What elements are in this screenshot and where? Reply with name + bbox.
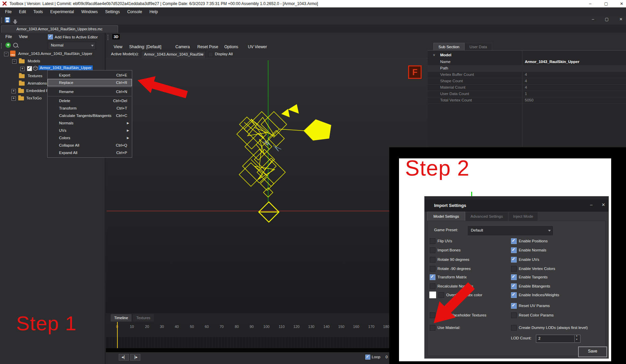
vertex-color-swatch[interactable]: [429, 292, 436, 298]
menu-item-uvs[interactable]: UVs▶: [48, 127, 132, 134]
override-vertex-color-checkbox[interactable]: [438, 292, 444, 298]
property-row[interactable]: Path: [428, 65, 626, 72]
tab-timeline[interactable]: Timeline: [111, 314, 132, 322]
enable-positions-checkbox[interactable]: [511, 238, 517, 244]
model-visibility-checkbox[interactable]: [27, 66, 32, 71]
rotate-neg90-checkbox[interactable]: [430, 266, 435, 272]
document-tab[interactable]: Armor_1043.Armor_1043_RaulSkin_Upper.bfr…: [1, 25, 118, 33]
mdi-minimize-icon[interactable]: –: [589, 17, 597, 22]
viewport-menu-uv-viewer[interactable]: UV Viewer: [248, 44, 267, 49]
tree-node-animations[interactable]: Animations: [28, 81, 47, 85]
add-files-checkbox[interactable]: [48, 34, 53, 39]
prev-frame-button[interactable]: ◄▏: [119, 354, 129, 361]
close-icon[interactable]: ✕: [617, 0, 626, 7]
menu-item-colors[interactable]: Colors▶: [48, 134, 132, 142]
menu-experimental[interactable]: Experimental: [47, 7, 78, 16]
expand-expander-icon[interactable]: +: [11, 89, 16, 93]
active-model-dropdown[interactable]: Armor_1043.Armor_1043_RaulSki: [141, 51, 206, 58]
enable-bitangents-checkbox[interactable]: [511, 283, 517, 289]
dialog-minimize-icon[interactable]: –: [587, 202, 595, 207]
property-group-row[interactable]: ˅ Model: [428, 52, 626, 58]
menu-file[interactable]: File: [1, 7, 15, 16]
menu-item-rename[interactable]: RenameCtrl+N: [48, 88, 132, 95]
expand-expander-icon[interactable]: +: [20, 67, 25, 71]
minimize-icon[interactable]: –: [585, 0, 595, 7]
tree-root-node[interactable]: Armor_1043.Armor_1043_RaulSkin_Upper: [18, 52, 92, 56]
viewport-menu-shading[interactable]: Shading: [Default]: [129, 44, 161, 49]
viewport-menu-camera[interactable]: Camera: [175, 44, 190, 49]
enable-vertex-colors-checkbox[interactable]: [511, 266, 517, 272]
menu-settings[interactable]: Settings: [102, 7, 123, 16]
menu-item-replace[interactable]: ReplaceCtrl+R: [48, 79, 132, 86]
enable-uvs-checkbox[interactable]: [511, 257, 517, 263]
mdi-restore-icon[interactable]: ▢: [602, 17, 611, 22]
import-bones-checkbox[interactable]: [430, 247, 435, 253]
next-frame-button[interactable]: ▕►: [130, 354, 140, 361]
timeline-track[interactable]: [106, 337, 428, 348]
tab-textures[interactable]: Textures: [133, 314, 154, 322]
enable-tangents-checkbox[interactable]: [511, 274, 517, 280]
save-button[interactable]: Save: [578, 346, 607, 357]
property-row[interactable]: Material Count 4: [428, 84, 626, 91]
rotate-90-checkbox[interactable]: [430, 257, 435, 263]
panel-menu-view[interactable]: View: [19, 34, 28, 39]
menu-item-expand-all[interactable]: Expand AllCtrl+P: [48, 149, 132, 156]
enable-normals-checkbox[interactable]: [511, 247, 517, 253]
menu-item-normals[interactable]: Normals▶: [48, 119, 132, 127]
spinner-icon[interactable]: [574, 335, 580, 342]
menu-help[interactable]: Help: [146, 7, 162, 16]
recalc-normals-checkbox[interactable]: [430, 283, 435, 289]
menu-windows[interactable]: Windows: [78, 7, 102, 16]
timeline-playhead[interactable]: [117, 322, 118, 348]
flip-uvs-checkbox[interactable]: [430, 238, 435, 244]
mdi-close-icon[interactable]: ✕: [617, 17, 625, 22]
tree-node-selected[interactable]: Armor_1043_RaulSkin_Upper: [38, 65, 93, 70]
loop-checkbox[interactable]: [365, 355, 370, 360]
expand-expander-icon[interactable]: +: [11, 96, 16, 101]
display-all-checkbox[interactable]: [208, 52, 213, 57]
tab-model-settings[interactable]: Model Settings: [427, 212, 465, 221]
menu-console[interactable]: Console: [123, 7, 146, 16]
dialog-header[interactable]: Import Settings – ✕: [425, 200, 608, 212]
transform-matrix-checkbox[interactable]: [430, 274, 435, 280]
create-dummy-lods-checkbox[interactable]: [511, 325, 517, 331]
game-preset-dropdown[interactable]: Default: [468, 226, 553, 235]
menu-item-calc-tangents[interactable]: Calculate Tangents/BitangentsCtrl+C: [48, 112, 132, 119]
tab-sub-section[interactable]: Sub Section: [433, 43, 464, 51]
tree-node-textures[interactable]: Textures: [28, 74, 42, 78]
dialog-close-icon[interactable]: ✕: [599, 202, 607, 207]
viewport-menu-reset-pose[interactable]: Reset Pose: [197, 44, 218, 49]
tab-user-data[interactable]: User Data: [464, 43, 492, 51]
viewport-menu-options[interactable]: Options: [224, 44, 238, 49]
reset-color-params-checkbox[interactable]: [511, 312, 517, 318]
menu-item-transform[interactable]: TransformCtrl+T: [48, 104, 132, 112]
chevron-down-icon[interactable]: ˅: [433, 52, 435, 58]
maximize-icon[interactable]: ▢: [601, 0, 611, 7]
property-row[interactable]: User Data Count 1: [428, 91, 626, 97]
tab-inject-mode[interactable]: Inject Mode: [509, 212, 538, 221]
placeholder-textures-checkbox[interactable]: [430, 312, 435, 318]
use-material-checkbox[interactable]: [430, 325, 435, 331]
add-icon[interactable]: +: [5, 42, 11, 48]
menu-item-export[interactable]: ExportCtrl+E: [48, 71, 132, 79]
menu-item-collapse-all[interactable]: Collapse AllCtrl+Q: [48, 142, 132, 149]
tree-node-models[interactable]: Models: [28, 59, 40, 63]
property-row[interactable]: Total Vertex Count 5050: [428, 97, 626, 104]
save-icon[interactable]: [5, 17, 10, 23]
search-icon[interactable]: [13, 43, 18, 48]
collapse-expander-icon[interactable]: −: [4, 52, 8, 56]
timeline-ruler[interactable]: 0 10 20 30 40 50 60 70 80 90 100 110 120…: [106, 322, 428, 337]
lod-count-input[interactable]: 2: [536, 335, 580, 343]
3d-canvas[interactable]: F: [106, 58, 428, 313]
property-row[interactable]: Name Armor_1043_RaulSkin_Upper: [428, 59, 626, 65]
property-row[interactable]: Vertex Buffer Count 4: [428, 71, 626, 78]
menu-tools[interactable]: Tools: [30, 7, 47, 16]
viewport-menu-view[interactable]: View: [114, 44, 122, 49]
tree-node-textogo[interactable]: TexToGo: [26, 96, 41, 100]
import-file-icon[interactable]: [13, 22, 18, 24]
tab-advanced-settings[interactable]: Advanced Settings: [465, 212, 508, 221]
enable-indices-checkbox[interactable]: [511, 292, 517, 298]
reset-uv-params-checkbox[interactable]: [511, 303, 517, 309]
menu-item-delete[interactable]: DeleteCtrl+Del: [48, 97, 132, 104]
filter-dropdown[interactable]: Normal: [48, 42, 96, 50]
